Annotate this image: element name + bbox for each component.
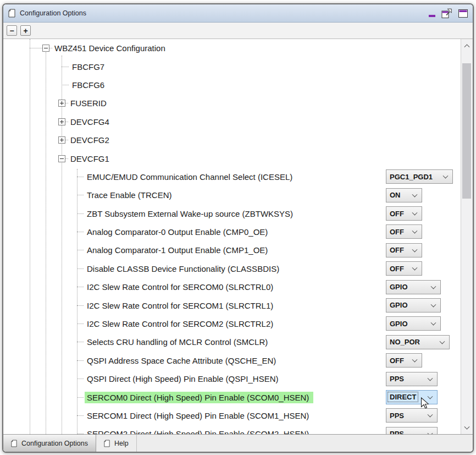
value-dropdown-smclr[interactable]: NO_POR [386, 335, 450, 349]
tree-row-label: FBCFG6 [70, 79, 107, 91]
value-dropdown-scom0-hsen[interactable]: DIRECT [386, 390, 438, 404]
value-dropdown-classbdis[interactable]: OFF [386, 261, 422, 276]
tree-row[interactable]: I2C Slew Rate Control for SERCOM1 (SLRCT… [3, 296, 461, 314]
expand-expander-icon[interactable] [58, 136, 65, 144]
maximize-button[interactable] [458, 9, 468, 18]
scroll-up-icon [464, 44, 470, 50]
tree-row-label: SERCOM0 Direct (High Speed) Pin Enable (… [85, 392, 313, 403]
tree-row[interactable]: DEVCFG1 [3, 149, 461, 167]
value-dropdown-zbtwksys[interactable]: OFF [386, 206, 422, 221]
tree-row[interactable]: FBCFG6 [3, 76, 461, 94]
tree-row-label: DEVCFG2 [68, 134, 112, 146]
chevron-down-icon [428, 430, 433, 434]
tree-row[interactable]: ZBT Subsystem External Wake-up source (Z… [3, 205, 461, 223]
tree-row-selected[interactable]: SERCOM0 Direct (High Speed) Pin Enable (… [3, 388, 461, 406]
tree-row-label: Disable CLASSB Device Functionality (CLA… [85, 263, 281, 275]
chevron-down-icon [412, 265, 418, 271]
tree-row-label: WBZ451 Device Configuration [52, 42, 168, 54]
tree-row-label: FUSERID [68, 97, 109, 109]
configuration-options-panel: Configuration Options − + [2, 3, 474, 453]
tree-row[interactable]: Analog Comparator-0 Output Enable (CMP0_… [3, 223, 461, 241]
tree-row-label: DEVCFG1 [68, 153, 112, 165]
tab-configuration-options[interactable]: Configuration Options [3, 435, 96, 452]
tree-row[interactable]: QSPI Direct (High Speed) Pin Enable (QSP… [3, 370, 461, 388]
tree-row[interactable]: FBCFG7 [3, 57, 461, 75]
chevron-down-icon [412, 210, 418, 216]
collapse-expander-icon[interactable] [42, 45, 49, 52]
scroll-up-button[interactable] [461, 39, 473, 51]
value-dropdown-qsche-en[interactable]: OFF [386, 353, 422, 368]
tab-label: Help [114, 440, 129, 447]
value-dropdown-slrctrl0[interactable]: GPIO [386, 280, 441, 294]
expand-expander-icon[interactable] [58, 100, 65, 107]
tree-row-label: I2C Slew Rate Control for SERCOM2 (SLRCT… [85, 318, 275, 330]
vertical-scrollbar[interactable] [461, 39, 473, 434]
tree-row-label: Trace Enable (TRCEN) [85, 189, 174, 201]
value-dropdown-trcen[interactable]: ON [386, 188, 422, 202]
tree-toolbar: − + [3, 23, 473, 39]
expand-all-button[interactable]: + [20, 25, 31, 36]
tree-row[interactable]: SERCOM1 Direct (High Speed) Pin Enable (… [3, 407, 461, 425]
tree-row[interactable]: Selects CRU handling of MCLR Control (SM… [3, 333, 461, 351]
window-controls [429, 8, 468, 19]
tree-row-label: Selects CRU handling of MCLR Control (SM… [85, 336, 270, 348]
tree-row[interactable]: DEVCFG2 [3, 131, 461, 149]
chevron-down-icon [428, 412, 433, 418]
chevron-down-icon [412, 246, 418, 252]
tree-row[interactable]: Trace Enable (TRCEN) ON [3, 186, 461, 204]
panel-titlebar[interactable]: Configuration Options [3, 4, 473, 23]
minimize-button[interactable] [429, 9, 435, 17]
tree-row-label: Analog Comparator-1 Output Enable (CMP1_… [85, 244, 270, 256]
tree-row[interactable]: FUSERID [3, 94, 461, 112]
tree-row[interactable]: Disable CLASSB Device Functionality (CLA… [3, 260, 461, 278]
maximize-icon [458, 9, 468, 18]
chevron-down-icon [443, 173, 449, 179]
tree-row-label: QSPI Address Space Cache Attribute (QSCH… [85, 355, 278, 366]
value-dropdown-scom2-hsen[interactable]: PPS [386, 427, 438, 434]
scroll-down-button[interactable] [461, 422, 473, 434]
tree-row-label: FBCFG7 [70, 61, 107, 73]
tree-row-label: I2C Slew Rate Control for SERCOM0 (SLRCT… [85, 281, 275, 293]
value-dropdown-cmp0-oe[interactable]: OFF [386, 224, 422, 239]
value-dropdown-slrctrl2[interactable]: GPIO [386, 316, 441, 331]
value-dropdown-qspi-hsen[interactable]: PPS [386, 372, 438, 386]
value-dropdown-slrctrl1[interactable]: GPIO [386, 298, 441, 313]
value-dropdown-cmp1-oe[interactable]: OFF [386, 243, 422, 257]
tree-row[interactable]: DEVCFG4 [3, 113, 461, 131]
chevron-down-icon [431, 283, 436, 289]
tree-row[interactable]: SERCOM2 Direct (High Speed) Pin Enable (… [3, 425, 461, 434]
tree-row-label: Analog Comparator-0 Output Enable (CMP0_… [85, 226, 270, 238]
expand-expander-icon[interactable] [58, 118, 65, 125]
scrollbar-thumb[interactable] [462, 63, 471, 199]
tree-row[interactable]: WBZ451 Device Configuration [3, 39, 461, 57]
tree-row-label: I2C Slew Rate Control for SERCOM1 (SLRCT… [85, 300, 275, 311]
panel-title: Configuration Options [20, 9, 86, 17]
tree-row[interactable]: QSPI Address Space Cache Attribute (QSCH… [3, 352, 461, 370]
tree-row[interactable]: Analog Comparator-1 Output Enable (CMP1_… [3, 241, 461, 259]
float-window-button[interactable] [441, 8, 452, 19]
bottom-tabbar: Configuration Options Help [3, 434, 473, 452]
tab-help[interactable]: Help [96, 435, 137, 452]
document-icon [104, 440, 110, 447]
tree-row-label: DEVCFG4 [68, 116, 112, 128]
document-icon [8, 9, 15, 18]
minimize-icon [429, 15, 435, 17]
scroll-down-icon [464, 424, 470, 429]
tab-label: Configuration Options [21, 440, 88, 447]
value-dropdown-icesel[interactable]: PGC1_PGD1 [386, 169, 453, 184]
tree-row-label: ZBT Subsystem External Wake-up source (Z… [85, 208, 295, 220]
tree-row[interactable]: I2C Slew Rate Control for SERCOM2 (SLRCT… [3, 315, 461, 333]
float-window-icon [441, 8, 452, 19]
tree-row[interactable]: EMUC/EMUD Communication Channel Select (… [3, 168, 461, 186]
chevron-down-icon [412, 357, 418, 363]
tree-row[interactable]: I2C Slew Rate Control for SERCOM0 (SLRCT… [3, 278, 461, 296]
configuration-tree: WBZ451 Device Configuration FBCFG7 FBCFG… [3, 39, 461, 434]
document-icon [11, 440, 17, 447]
collapse-all-button[interactable]: − [7, 25, 17, 36]
tree-row-label: QSPI Direct (High Speed) Pin Enable (QSP… [85, 373, 280, 385]
tree-row-label: SERCOM2 Direct (High Speed) Pin Enable (… [85, 428, 311, 434]
value-dropdown-scom1-hsen[interactable]: PPS [386, 408, 438, 423]
chevron-down-icon [428, 375, 433, 381]
chevron-down-icon [412, 191, 418, 197]
collapse-expander-icon[interactable] [58, 155, 65, 162]
